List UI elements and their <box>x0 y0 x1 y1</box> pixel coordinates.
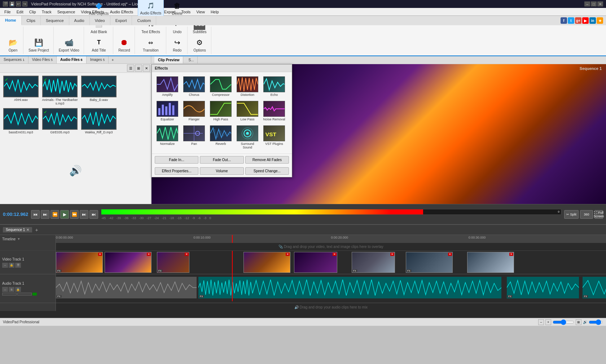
audio-clip-cyan-3[interactable]: FX <box>583 277 606 298</box>
tab-audio-files[interactable]: Audio Files 6 <box>57 56 87 63</box>
effect-pan[interactable]: Pan <box>181 124 207 151</box>
youtube-icon[interactable]: ▶ <box>582 17 589 24</box>
save-icon-small[interactable]: 💾 <box>9 1 14 6</box>
x-badge-1[interactable]: ✕ <box>98 253 102 256</box>
video-track-mute[interactable]: – <box>2 263 8 268</box>
effect-flanger[interactable]: Flanger <box>181 99 207 123</box>
x-badge-2[interactable]: ✕ <box>147 253 151 256</box>
video-clip-6[interactable]: FX ✕ <box>352 252 395 273</box>
tab-sequence[interactable]: Sequence <box>41 16 69 25</box>
file-item-animals[interactable]: ✓ Animals -The Yardbarkers.mp3 <box>42 76 78 105</box>
file-item-wakka[interactable]: Wakka_Riff_D.mp3 <box>81 108 117 134</box>
effect-highpass[interactable]: High Pass <box>208 99 233 123</box>
zoom-out-btn[interactable]: – <box>538 319 544 325</box>
audio-clip-cyan-2[interactable]: FX <box>507 277 579 298</box>
menu-file[interactable]: File <box>1 8 14 15</box>
split-button[interactable]: ✂ Split <box>564 210 579 219</box>
video-track-lock[interactable]: 🔒 <box>9 263 14 268</box>
audio-clip-cyan[interactable]: FX <box>198 277 501 298</box>
video-track-settings[interactable]: ☰ <box>15 263 21 268</box>
menu-track[interactable]: Track <box>39 8 54 15</box>
effect-chorus[interactable]: Chorus <box>181 75 207 98</box>
save-project-button[interactable]: 💾 Save Project <box>26 36 51 53</box>
effect-echo[interactable]: Echo <box>262 75 287 98</box>
tab-sequences[interactable]: Sequences 1 <box>0 56 28 63</box>
menu-audio-effects[interactable]: Audio Effects <box>107 8 136 15</box>
volume-status-slider[interactable] <box>589 320 603 324</box>
transition-button[interactable]: ⇔ Transition <box>141 36 161 53</box>
fit-btn[interactable]: ⊞ <box>576 319 581 325</box>
tab-export[interactable]: Export <box>110 16 132 25</box>
file-item-babyd[interactable]: Baby_D.wav <box>81 76 117 105</box>
maximize-button[interactable]: □ <box>591 1 597 6</box>
skip-start-button[interactable]: ⏮ <box>31 210 40 219</box>
volume-button[interactable]: Volume <box>200 167 243 175</box>
sequence-1-tab[interactable]: Sequence 1 ✕ <box>3 227 32 232</box>
timeline-dropdown[interactable]: ▼ <box>17 237 20 241</box>
rewind-button[interactable]: ⏪ <box>50 210 59 219</box>
panel-list-view-btn[interactable]: ☰ <box>127 65 134 72</box>
tab-video[interactable]: Video <box>90 16 110 25</box>
remove-all-fades-button[interactable]: Remove All Fades <box>245 156 289 164</box>
x-badge-6[interactable]: ✕ <box>390 253 394 256</box>
effect-properties-button[interactable]: Effect Properties... <box>155 167 198 175</box>
record-button[interactable]: ⏺ Record <box>116 36 132 53</box>
prev-frame-button[interactable]: ⏭ <box>41 210 49 219</box>
file-item-ahhi[interactable]: ✓ AhHi.wav <box>3 76 39 105</box>
pan-slider[interactable] <box>17 293 32 296</box>
close-button[interactable]: ✕ <box>597 1 603 6</box>
redo-button[interactable]: ↪ Redo <box>169 36 185 53</box>
next-frame-button[interactable]: ⏭ <box>80 210 88 219</box>
video-clip-5[interactable]: ✕ <box>294 252 337 273</box>
effect-distortion[interactable]: Distortion <box>235 75 260 98</box>
linkedin-icon[interactable]: in <box>589 17 596 24</box>
audio-track-mute[interactable]: – <box>2 287 8 292</box>
zoom-in-btn[interactable]: + <box>545 319 551 325</box>
effect-reverb[interactable]: Reverb <box>208 124 233 151</box>
timeline-ruler[interactable]: 0:00:00.000 0:00:10.000 0:00:20.000 0:00… <box>56 235 606 243</box>
audio-track-lock[interactable]: 🔒 <box>15 287 21 292</box>
skip-end-button[interactable]: ⏭ <box>89 210 98 219</box>
add-panel-tab[interactable]: + <box>109 56 117 63</box>
menu-sequence[interactable]: Sequence <box>54 8 78 15</box>
tab-clip-preview[interactable]: Clip Preview <box>154 57 183 63</box>
options-button[interactable]: ⚙ Options <box>191 36 208 53</box>
zoom-slider[interactable] <box>553 320 574 324</box>
minimize-button[interactable]: – <box>584 1 590 6</box>
facebook-icon[interactable]: f <box>561 17 567 24</box>
effect-equalizer[interactable]: Equalizer <box>155 99 180 123</box>
menu-view[interactable]: View <box>193 8 208 15</box>
tab-images[interactable]: Images 5 <box>87 56 109 63</box>
menu-edit[interactable]: Edit <box>14 8 26 15</box>
effect-amplify[interactable]: Amplify <box>155 75 180 98</box>
video-clip-4[interactable]: ✕ <box>243 252 290 273</box>
open-button[interactable]: 📂 Open <box>5 36 21 53</box>
panel-grid-view-btn[interactable]: ⊞ <box>135 65 142 72</box>
tab-sequence-preview[interactable]: S... <box>185 57 198 63</box>
video-clip-1[interactable]: FX ✕ <box>56 252 103 273</box>
file-item-gtre[interactable]: ✓ GtrE035.mp3 <box>42 108 78 134</box>
audio-clip-gray[interactable]: FX <box>56 277 197 298</box>
effect-lowpass[interactable]: Low Pass <box>235 99 260 123</box>
360-button[interactable]: 360 <box>580 210 593 219</box>
tab-video-files[interactable]: Video Files 5 <box>28 56 57 63</box>
fullscreen-button[interactable]: ⛶ Full Screen <box>594 210 603 219</box>
x-badge-5[interactable]: ✕ <box>333 253 337 256</box>
effect-compressor[interactable]: Compressor <box>208 75 233 98</box>
panel-delete-btn[interactable]: ✕ <box>143 65 150 72</box>
file-item-bassem[interactable]: bassEm031.mp3 <box>3 108 39 134</box>
tab-home[interactable]: Home <box>0 16 22 25</box>
audio-effects-button[interactable]: 🎵 Audio Effects <box>138 0 164 17</box>
video-clip-8[interactable]: ✕ <box>467 252 514 273</box>
fade-out-button[interactable]: Fade Out... <box>200 156 243 164</box>
effect-normalize[interactable]: Normalize <box>155 124 180 151</box>
google-plus-icon[interactable]: g+ <box>575 17 581 24</box>
export-video-button[interactable]: 📹 Export Video <box>57 36 82 53</box>
x-badge-3[interactable]: ✕ <box>185 253 189 256</box>
sequence-tab-close[interactable]: ✕ <box>26 228 29 232</box>
volume-slider[interactable] <box>2 293 17 296</box>
add-title-button[interactable]: T Add Title <box>90 36 108 53</box>
x-badge-7[interactable]: ✕ <box>448 253 452 256</box>
tab-audio[interactable]: Audio <box>69 16 90 25</box>
delete-button[interactable]: 🗑 Delete <box>169 0 185 17</box>
